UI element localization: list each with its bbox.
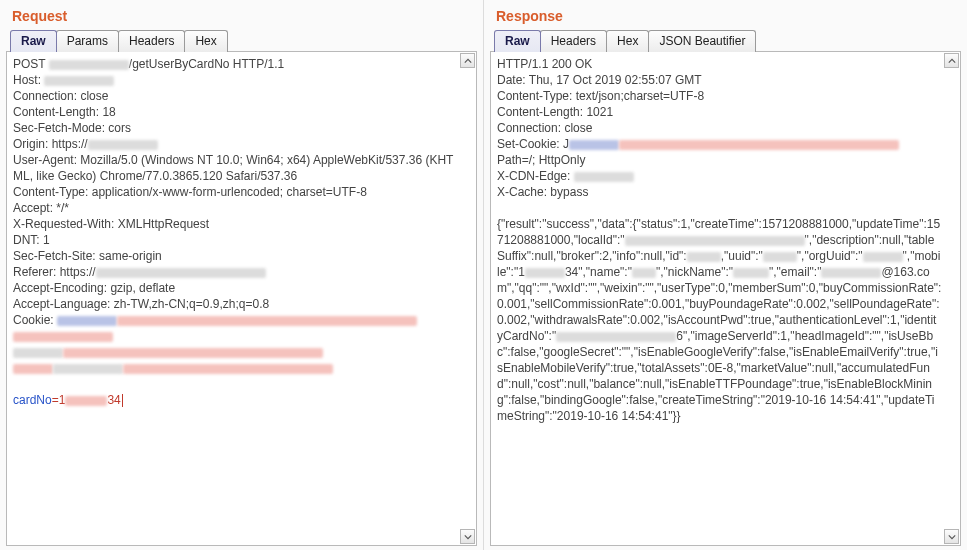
response-panel: Response Raw Headers Hex JSON Beautifier… <box>484 0 967 550</box>
split-container: Request Raw Params Headers Hex POST /get… <box>0 0 967 550</box>
scroll-down-icon[interactable] <box>944 529 959 544</box>
scroll-up-icon[interactable] <box>460 53 475 68</box>
tab-params[interactable]: Params <box>56 30 119 52</box>
request-title: Request <box>6 4 477 30</box>
tab-hex[interactable]: Hex <box>184 30 227 52</box>
tab-hex[interactable]: Hex <box>606 30 649 52</box>
response-tabs: Raw Headers Hex JSON Beautifier <box>494 30 961 52</box>
scroll-up-icon[interactable] <box>944 53 959 68</box>
response-title: Response <box>490 4 961 30</box>
request-editor[interactable]: POST /getUserByCardNo HTTP/1.1 Host: Con… <box>7 52 476 545</box>
request-tabs: Raw Params Headers Hex <box>10 30 477 52</box>
response-text-wrap: HTTP/1.1 200 OK Date: Thu, 17 Oct 2019 0… <box>490 51 961 546</box>
scroll-down-icon[interactable] <box>460 529 475 544</box>
response-editor[interactable]: HTTP/1.1 200 OK Date: Thu, 17 Oct 2019 0… <box>491 52 960 545</box>
tab-headers[interactable]: Headers <box>540 30 607 52</box>
request-panel: Request Raw Params Headers Hex POST /get… <box>0 0 484 550</box>
tab-json-beautifier[interactable]: JSON Beautifier <box>648 30 756 52</box>
tab-raw[interactable]: Raw <box>10 30 57 52</box>
request-text-wrap: POST /getUserByCardNo HTTP/1.1 Host: Con… <box>6 51 477 546</box>
tab-raw[interactable]: Raw <box>494 30 541 52</box>
tab-headers[interactable]: Headers <box>118 30 185 52</box>
